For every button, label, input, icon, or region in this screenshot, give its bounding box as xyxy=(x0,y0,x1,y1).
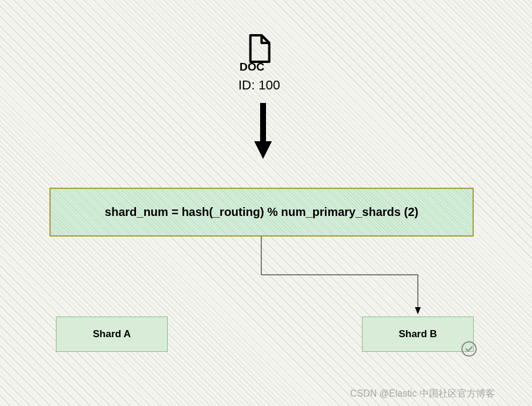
doc-label: DOC xyxy=(240,61,264,74)
checkmark-icon xyxy=(461,341,477,357)
formula-text: shard_num = hash(_routing) % num_primary… xyxy=(105,205,418,219)
arrow-down-icon xyxy=(254,103,272,162)
doc-id-text: ID: 100 xyxy=(238,78,280,93)
svg-marker-1 xyxy=(254,141,272,159)
shard-b-box: Shard B xyxy=(362,317,474,352)
shard-a-box: Shard A xyxy=(56,317,168,352)
watermark-text: CSDN @Elastic 中国社区官方博客 xyxy=(350,388,495,400)
svg-rect-0 xyxy=(260,103,266,144)
shard-b-label: Shard B xyxy=(398,328,437,340)
shard-a-label: Shard A xyxy=(93,328,131,340)
formula-box: shard_num = hash(_routing) % num_primary… xyxy=(49,188,474,237)
